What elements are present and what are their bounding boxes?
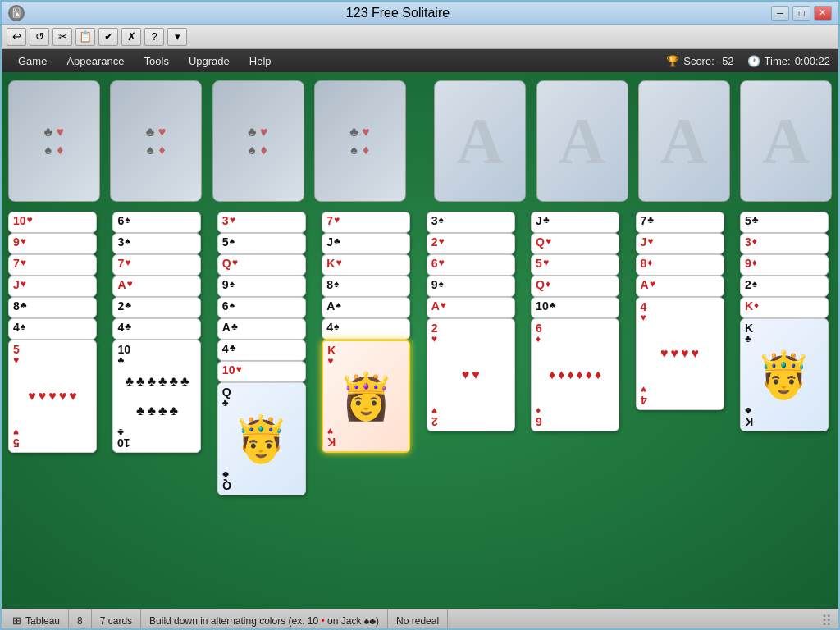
card-2-5[interactable]: A♣	[217, 318, 306, 340]
menu-game[interactable]: Game	[10, 52, 55, 70]
stockpile-3[interactable]: ♣ ♥ ♠ ♦	[212, 80, 304, 202]
card-7-4[interactable]: K♦	[740, 297, 829, 318]
card-4-2[interactable]: 6♥	[427, 254, 515, 276]
card-3-4[interactable]: A♠	[322, 297, 410, 318]
card-5-1[interactable]: Q♥	[531, 233, 619, 254]
tableau-col-3[interactable]: 3♥5♠Q♥9♠6♠A♣4♣10♥ Q ♣ 🤴 Q ♣	[217, 212, 309, 495]
toolbar-more[interactable]: ▾	[167, 28, 187, 46]
card-3-6[interactable]: K ♥ 👸 K ♥	[322, 340, 410, 453]
card-1-2[interactable]: 7♥	[112, 254, 201, 276]
card-7-3[interactable]: 2♠	[740, 276, 829, 297]
card-4-5[interactable]: 2 ♥ ♥♥ 2 ♥	[427, 318, 515, 431]
maximize-button[interactable]: □	[792, 6, 810, 21]
menu-help[interactable]: Help	[241, 52, 280, 70]
card-5-5[interactable]: 6 ♦ ♦♦♦♦♦♦ 6 ♦	[531, 318, 619, 431]
card-6-4[interactable]: 4 ♥ ♥♥♥♥ 4 ♥	[636, 297, 724, 410]
close-button[interactable]: ✕	[814, 6, 832, 21]
card-7-0[interactable]: 5♣	[740, 212, 829, 233]
tableau-col-8[interactable]: 5♣3♦9♦2♠K♦ K ♣ 🤴 K ♣	[740, 212, 832, 458]
card-0-0[interactable]: 10♥	[8, 212, 97, 233]
card-4-3[interactable]: 9♠	[427, 276, 515, 297]
card-3-3[interactable]: 8♠	[322, 276, 410, 297]
tableau-col-4[interactable]: 7♥J♣K♥8♠A♠4♠ K ♥ 👸 K ♥	[322, 212, 413, 458]
card-3-0[interactable]: 7♥	[322, 212, 410, 233]
stockpile-1[interactable]: ♣ ♥ ♠ ♦	[8, 80, 100, 202]
tableau-col-1[interactable]: 10♥9♥7♥J♥8♣4♠ 5 ♥ ♥♥♥♥♥ 5 ♥	[8, 212, 100, 458]
card-7-1[interactable]: 3♦	[740, 233, 829, 254]
card-2-2[interactable]: Q♥	[217, 254, 306, 276]
toolbar-cut[interactable]: ✂	[52, 28, 72, 46]
card-3-5[interactable]: 4♠	[322, 318, 410, 340]
card-2-1[interactable]: 5♠	[217, 233, 306, 254]
foundation-1[interactable]: A	[434, 80, 526, 202]
status-type: ⊞ Tableau	[8, 609, 69, 630]
card-6-3[interactable]: A♥	[636, 276, 724, 297]
card-5-2[interactable]: 5♥	[531, 254, 619, 276]
tableau-label: Tableau	[25, 615, 60, 627]
foundation-4[interactable]: A	[740, 80, 832, 202]
status-rule: Build down in alternating colors (ex. 10…	[141, 609, 388, 630]
tableau-col-2[interactable]: 6♠3♠7♥A♥2♣4♣ 10 ♣ ♣♣♣♣♣♣♣♣♣♣ 10 ♣	[112, 212, 204, 458]
score-area: 🏆 Score: -52 🕐 Time: 0:00:22	[666, 55, 830, 67]
card-6-0[interactable]: 7♣	[636, 212, 724, 233]
card-4-4[interactable]: A♥	[427, 297, 515, 318]
tableau-col-5[interactable]: 3♠2♥6♥9♠A♥ 2 ♥ ♥♥ 2 ♥	[427, 212, 518, 458]
card-0-5[interactable]: 4♠	[8, 318, 97, 340]
status-redeal: No redeal	[388, 609, 448, 630]
toolbar-cancel[interactable]: ✗	[121, 28, 141, 46]
game-area[interactable]: ♣ ♥ ♠ ♦ ♣ ♥ ♠ ♦ ♣ ♥ ♠ ♦ ♣	[2, 72, 838, 609]
statusbar: ⊞ Tableau 8 7 cards Build down in altern…	[2, 609, 838, 630]
card-0-3[interactable]: J♥	[8, 276, 97, 297]
card-1-0[interactable]: 6♠	[112, 212, 201, 233]
card-6-1[interactable]: J♥	[636, 233, 724, 254]
card-0-4[interactable]: 8♣	[8, 297, 97, 318]
card-1-1[interactable]: 3♠	[112, 233, 201, 254]
menu-upgrade[interactable]: Upgrade	[180, 52, 238, 70]
card-7-2[interactable]: 9♦	[740, 254, 829, 276]
card-2-8[interactable]: Q ♣ 🤴 Q ♣	[217, 382, 306, 495]
card-5-3[interactable]: Q♦	[531, 276, 619, 297]
card-1-3[interactable]: A♥	[112, 276, 201, 297]
tableau-col-7[interactable]: 7♣J♥8♦A♥ 4 ♥ ♥♥♥♥ 4 ♥	[636, 212, 728, 458]
card-5-4[interactable]: 10♣	[531, 297, 619, 318]
card-0-2[interactable]: 7♥	[8, 254, 97, 276]
foundation-2[interactable]: A	[536, 80, 628, 202]
foundations-row: ♣ ♥ ♠ ♦ ♣ ♥ ♠ ♦ ♣ ♥ ♠ ♦ ♣	[8, 80, 832, 202]
foundation-3[interactable]: A	[638, 80, 730, 202]
tableau-col-6[interactable]: J♣Q♥5♥Q♦10♣ 6 ♦ ♦♦♦♦♦♦ 6 ♦	[531, 212, 623, 458]
card-1-4[interactable]: 2♣	[112, 297, 201, 318]
card-4-1[interactable]: 2♥	[427, 233, 515, 254]
columns-value: 8	[77, 615, 83, 627]
stockpile-2[interactable]: ♣ ♥ ♠ ♦	[110, 80, 202, 202]
menu-tools[interactable]: Tools	[136, 52, 177, 70]
card-6-2[interactable]: 8♦	[636, 254, 724, 276]
card-2-0[interactable]: 3♥	[217, 212, 306, 233]
card-3-2[interactable]: K♥	[322, 254, 410, 276]
minimize-button[interactable]: ─	[771, 6, 789, 21]
card-0-1[interactable]: 9♥	[8, 233, 97, 254]
toolbar-check[interactable]: ✔	[98, 28, 118, 46]
card-2-3[interactable]: 9♠	[217, 276, 306, 297]
card-5-0[interactable]: J♣	[531, 212, 619, 233]
score-icon: 🏆	[666, 55, 679, 67]
card-4-0[interactable]: 3♠	[427, 212, 515, 233]
toolbar-help[interactable]: ?	[144, 28, 164, 46]
card-2-4[interactable]: 6♠	[217, 297, 306, 318]
card-0-6[interactable]: 5 ♥ ♥♥♥♥♥ 5 ♥	[8, 340, 97, 453]
card-3-1[interactable]: J♣	[322, 233, 410, 254]
window-title: 123 Free Solitaire	[346, 6, 450, 21]
card-1-6[interactable]: 10 ♣ ♣♣♣♣♣♣♣♣♣♣ 10 ♣	[112, 340, 201, 453]
resize-grip[interactable]: ⠿	[821, 612, 832, 630]
status-columns: 8	[69, 609, 92, 630]
toolbar-redo[interactable]: ↺	[30, 28, 49, 46]
card-2-7[interactable]: 10♥	[217, 361, 306, 382]
redeal-text: No redeal	[396, 615, 439, 627]
menu-appearance[interactable]: Appearance	[58, 52, 132, 70]
card-1-5[interactable]: 4♣	[112, 318, 201, 340]
card-2-6[interactable]: 4♣	[217, 340, 306, 361]
toolbar-undo[interactable]: ↩	[7, 28, 26, 46]
card-7-5[interactable]: K ♣ 🤴 K ♣	[740, 318, 829, 431]
stockpile-4[interactable]: ♣ ♥ ♠ ♦	[314, 80, 406, 202]
tableau: 10♥9♥7♥J♥8♣4♠ 5 ♥ ♥♥♥♥♥ 5 ♥ 6♠3	[8, 212, 832, 495]
toolbar-copy[interactable]: 📋	[75, 28, 95, 46]
